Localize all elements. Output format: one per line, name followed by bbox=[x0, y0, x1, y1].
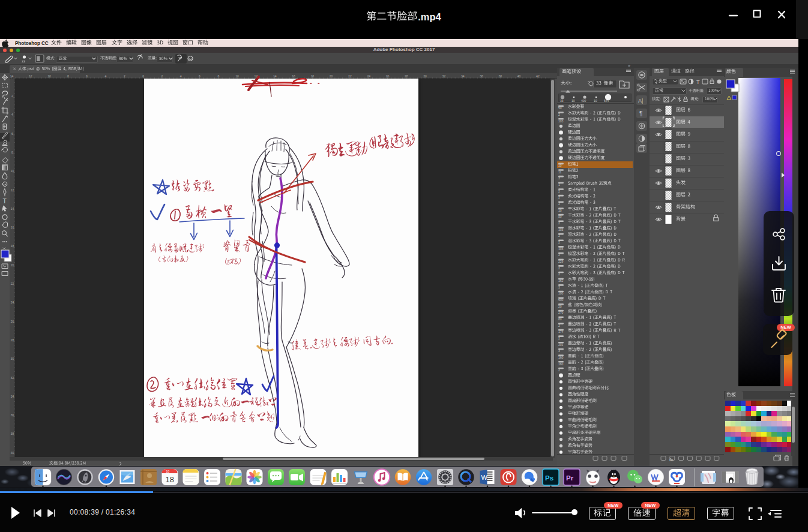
svg-text:.mp4: .mp4 bbox=[418, 11, 441, 22]
